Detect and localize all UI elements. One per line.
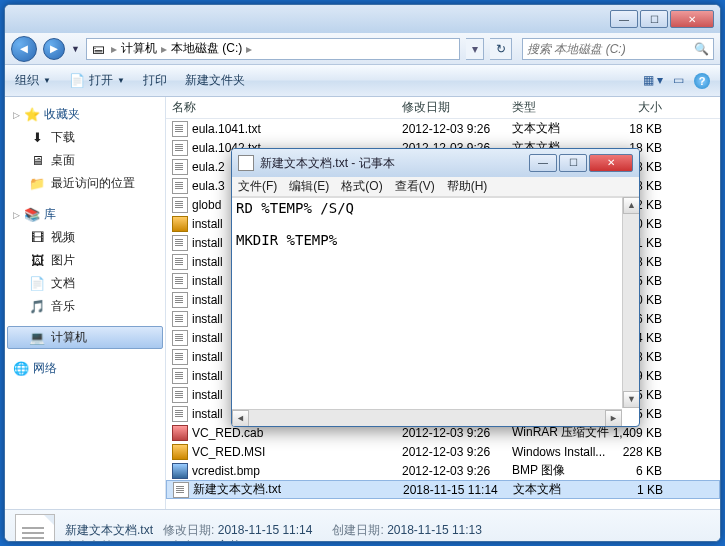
file-icon xyxy=(172,216,188,232)
file-size: 228 KB xyxy=(612,445,692,459)
minimize-button[interactable]: — xyxy=(610,10,638,28)
menu-view[interactable]: 查看(V) xyxy=(395,178,435,195)
refresh-button[interactable]: ↻ xyxy=(490,38,512,60)
file-date: 2012-12-03 9:26 xyxy=(402,464,512,478)
maximize-button[interactable]: ☐ xyxy=(640,10,668,28)
breadcrumb-sep: ▸ xyxy=(161,42,167,56)
file-name: vcredist.bmp xyxy=(192,464,260,478)
menu-file[interactable]: 文件(F) xyxy=(238,178,277,195)
file-name: install xyxy=(192,407,223,421)
organize-menu[interactable]: 组织▼ xyxy=(15,72,51,89)
file-name: install xyxy=(192,388,223,402)
breadcrumb-drive[interactable]: 本地磁盘 (C:) xyxy=(171,40,242,57)
file-name: globd xyxy=(192,198,221,212)
column-headers[interactable]: 名称 修改日期 类型 大小 xyxy=(166,97,720,119)
preview-pane-icon[interactable]: ▭ xyxy=(673,73,684,89)
notepad-title: 新建文本文档.txt - 记事本 xyxy=(260,155,523,172)
file-type: Windows Install... xyxy=(512,445,612,459)
file-icon xyxy=(172,311,188,327)
sidebar-recent[interactable]: 📁最近访问的位置 xyxy=(7,172,163,195)
file-icon xyxy=(172,178,188,194)
sidebar-downloads[interactable]: ⬇下载 xyxy=(7,126,163,149)
help-icon[interactable]: ? xyxy=(694,73,710,89)
drive-icon: 🖴 xyxy=(91,41,107,57)
col-size[interactable]: 大小 xyxy=(612,99,692,116)
library-icon: 📚 xyxy=(24,207,40,223)
sidebar-documents[interactable]: 📄文档 xyxy=(7,272,163,295)
desktop-icon: 🖥 xyxy=(29,153,45,169)
col-name[interactable]: 名称 xyxy=(172,99,402,116)
sidebar-computer[interactable]: 💻计算机 xyxy=(7,326,163,349)
file-icon xyxy=(172,444,188,460)
file-name: install xyxy=(192,274,223,288)
notepad-menubar: 文件(F) 编辑(E) 格式(O) 查看(V) 帮助(H) xyxy=(232,177,639,197)
sidebar-libraries[interactable]: ▷📚库 xyxy=(7,203,163,226)
sidebar-pictures[interactable]: 🖼图片 xyxy=(7,249,163,272)
file-icon xyxy=(172,368,188,384)
computer-icon: 💻 xyxy=(29,330,45,346)
col-type[interactable]: 类型 xyxy=(512,99,612,116)
sidebar-videos[interactable]: 🎞视频 xyxy=(7,226,163,249)
np-close-button[interactable]: ✕ xyxy=(589,154,633,172)
file-size: 1,409 KB xyxy=(612,426,692,440)
address-bar: ◄ ► ▼ 🖴 ▸ 计算机 ▸ 本地磁盘 (C:) ▸ ▾ ↻ 🔍 xyxy=(5,33,720,65)
file-name: install xyxy=(192,331,223,345)
view-options-icon[interactable]: ▦ ▾ xyxy=(643,73,663,89)
music-icon: 🎵 xyxy=(29,299,45,315)
menu-help[interactable]: 帮助(H) xyxy=(447,178,488,195)
file-icon xyxy=(172,121,188,137)
file-icon xyxy=(172,463,188,479)
sidebar-music[interactable]: 🎵音乐 xyxy=(7,295,163,318)
search-box[interactable]: 🔍 xyxy=(522,38,714,60)
notepad-titlebar[interactable]: 新建文本文档.txt - 记事本 — ☐ ✕ xyxy=(232,149,639,177)
close-button[interactable]: ✕ xyxy=(670,10,714,28)
file-row[interactable]: eula.1041.txt2012-12-03 9:26文本文档18 KB xyxy=(166,119,720,138)
file-type: 文本文档 xyxy=(512,120,612,137)
breadcrumb-computer[interactable]: 计算机 xyxy=(121,40,157,57)
file-name: install xyxy=(192,350,223,364)
open-menu[interactable]: 📄打开▼ xyxy=(69,72,125,89)
picture-icon: 🖼 xyxy=(29,253,45,269)
sidebar-favorites[interactable]: ▷⭐收藏夹 xyxy=(7,103,163,126)
file-name: VC_RED.MSI xyxy=(192,445,265,459)
file-date: 2018-11-15 11:14 xyxy=(403,483,513,497)
nav-history-dropdown[interactable]: ▼ xyxy=(71,44,80,54)
file-date: 2012-12-03 9:26 xyxy=(402,122,512,136)
search-icon: 🔍 xyxy=(694,42,709,56)
file-date: 2012-12-03 9:26 xyxy=(402,445,512,459)
file-icon xyxy=(173,482,189,498)
document-icon: 📄 xyxy=(29,276,45,292)
sidebar-desktop[interactable]: 🖥桌面 xyxy=(7,149,163,172)
breadcrumb-sep: ▸ xyxy=(111,42,117,56)
nav-forward-button[interactable]: ► xyxy=(43,38,65,60)
notepad-textarea[interactable]: RD %TEMP% /S/Q MKDIR %TEMP% xyxy=(232,197,639,407)
file-row[interactable]: vcredist.bmp2012-12-03 9:26BMP 图像6 KB xyxy=(166,461,720,480)
search-input[interactable] xyxy=(527,42,694,56)
explorer-titlebar[interactable]: — ☐ ✕ xyxy=(5,5,720,33)
address-dropdown[interactable]: ▾ xyxy=(466,38,484,60)
file-name: install xyxy=(192,312,223,326)
file-name: eula.3 xyxy=(192,179,225,193)
file-row[interactable]: VC_RED.MSI2012-12-03 9:26Windows Install… xyxy=(166,442,720,461)
menu-edit[interactable]: 编辑(E) xyxy=(289,178,329,195)
new-folder-button[interactable]: 新建文件夹 xyxy=(185,72,245,89)
np-maximize-button[interactable]: ☐ xyxy=(559,154,587,172)
scrollbar-horizontal[interactable]: ◄► xyxy=(232,409,622,426)
sidebar-network[interactable]: 🌐网络 xyxy=(7,357,163,380)
file-name: eula.1041.txt xyxy=(192,122,261,136)
video-icon: 🎞 xyxy=(29,230,45,246)
menu-format[interactable]: 格式(O) xyxy=(341,178,382,195)
nav-back-button[interactable]: ◄ xyxy=(11,36,37,62)
address-field[interactable]: 🖴 ▸ 计算机 ▸ 本地磁盘 (C:) ▸ xyxy=(86,38,460,60)
file-type: 文本文档 xyxy=(513,481,613,498)
file-icon xyxy=(172,330,188,346)
file-icon xyxy=(172,349,188,365)
np-minimize-button[interactable]: — xyxy=(529,154,557,172)
print-button[interactable]: 打印 xyxy=(143,72,167,89)
file-icon xyxy=(172,273,188,289)
file-row[interactable]: 新建文本文档.txt2018-11-15 11:14文本文档1 KB xyxy=(166,480,720,499)
file-name: eula.2 xyxy=(192,160,225,174)
file-size: 1 KB xyxy=(613,483,693,497)
scrollbar-vertical[interactable]: ▲▼ xyxy=(622,197,639,408)
col-date[interactable]: 修改日期 xyxy=(402,99,512,116)
